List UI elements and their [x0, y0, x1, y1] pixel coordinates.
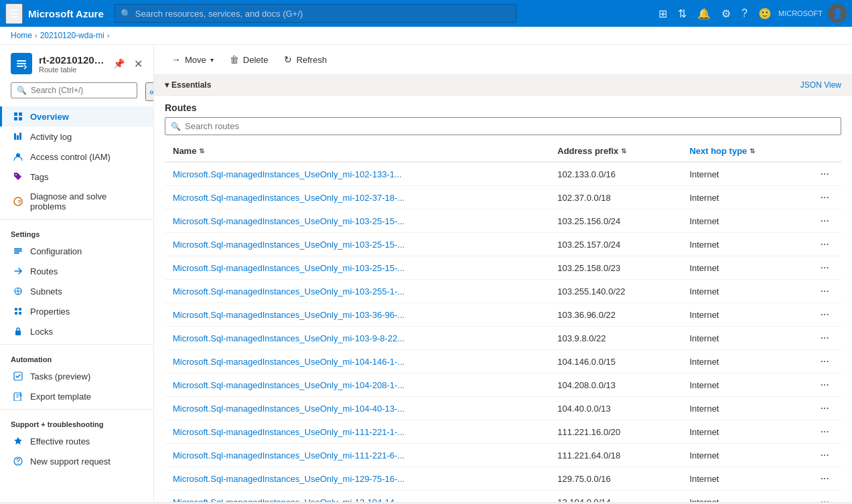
route-name-link[interactable]: Microsoft.Sql-managedInstances_UseOnly_m… — [173, 310, 405, 320]
move-button[interactable]: → Move ▾ — [165, 50, 220, 69]
route-name-cell: Microsoft.Sql-managedInstances_UseOnly_m… — [165, 233, 549, 256]
settings-icon[interactable]: ⚙ — [717, 3, 735, 24]
route-more-button[interactable]: ··· — [816, 448, 833, 463]
sidebar-item-new-support[interactable]: New support request — [0, 451, 153, 471]
route-name-cell: Microsoft.Sql-managedInstances_UseOnly_m… — [165, 280, 549, 303]
route-name-link[interactable]: Microsoft.Sql-managedInstances_UseOnly_m… — [173, 169, 402, 179]
cloud-shell-icon[interactable]: ⊞ — [654, 3, 671, 24]
route-name-link[interactable]: Microsoft.Sql-managedInstances_UseOnly_m… — [173, 240, 405, 250]
col-header-name[interactable]: Name ⇅ — [165, 141, 549, 162]
col-header-next-hop[interactable]: Next hop type ⇅ — [681, 141, 808, 162]
route-more-button[interactable]: ··· — [816, 424, 833, 439]
route-actions-cell: ··· — [808, 467, 841, 491]
route-name-link[interactable]: Microsoft.Sql-managedInstances_UseOnly_m… — [173, 357, 405, 367]
sidebar-navigation: Overview Activity log Access control (IA… — [0, 106, 153, 502]
route-more-button[interactable]: ··· — [816, 284, 833, 299]
table-row: Microsoft.Sql-managedInstances_UseOnly_m… — [165, 397, 841, 420]
tasks-icon — [13, 371, 23, 382]
feedback-icon[interactable]: 🙂 — [754, 3, 776, 24]
svg-rect-8 — [17, 135, 19, 140]
svg-rect-7 — [14, 133, 16, 140]
refresh-label: Refresh — [296, 55, 327, 65]
svg-rect-21 — [15, 331, 21, 335]
col-header-address[interactable]: Address prefix ⇅ — [549, 141, 681, 162]
user-avatar[interactable]: 👤 — [828, 4, 847, 23]
hamburger-menu-button[interactable]: ☰ — [5, 3, 23, 24]
sidebar-item-tags-label: Tags — [30, 172, 48, 182]
table-row: Microsoft.Sql-managedInstances_UseOnly_m… — [165, 444, 841, 467]
settings-section-header: Settings — [0, 222, 153, 241]
diagnose-icon: ? — [13, 196, 23, 207]
essentials-header: ▾ Essentials JSON View — [154, 75, 852, 96]
breadcrumb-separator-1: › — [35, 31, 38, 39]
sidebar-item-activity-log[interactable]: Activity log — [0, 127, 153, 147]
route-address-cell: 104.208.0.0/13 — [549, 373, 681, 397]
resource-info: rt-20210120-wda-mi Route table — [39, 54, 106, 74]
subnets-icon — [13, 286, 23, 297]
sidebar-item-routes[interactable]: Routes — [0, 261, 153, 281]
route-name-link[interactable]: Microsoft.Sql-managedInstances_UseOnly_m… — [173, 450, 405, 460]
sidebar-item-locks[interactable]: Locks — [0, 321, 153, 341]
app-logo: Microsoft Azure — [28, 8, 104, 19]
route-more-button[interactable]: ··· — [816, 331, 833, 345]
global-search-input[interactable] — [135, 9, 510, 19]
route-actions-cell: ··· — [808, 327, 841, 350]
sidebar-search-input[interactable] — [31, 86, 131, 95]
delete-button[interactable]: 🗑 Delete — [223, 50, 275, 69]
sidebar-item-configuration[interactable]: Configuration — [0, 241, 153, 261]
sidebar-item-iam[interactable]: Access control (IAM) — [0, 147, 153, 167]
route-name-link[interactable]: Microsoft.Sql-managedInstances_UseOnly_m… — [173, 216, 405, 226]
route-name-cell: Microsoft.Sql-managedInstances_UseOnly_m… — [165, 327, 549, 350]
close-icon[interactable]: ✕ — [134, 58, 143, 70]
route-more-button[interactable]: ··· — [816, 190, 833, 205]
routes-search-input[interactable] — [185, 121, 835, 131]
route-name-link[interactable]: Microsoft.Sql-managedInstances_UseOnly_m… — [173, 193, 405, 203]
route-name-cell: Microsoft.Sql-managedInstances_UseOnly_m… — [165, 467, 549, 491]
sidebar-item-export-template[interactable]: Export template — [0, 386, 153, 406]
json-view-link[interactable]: JSON View — [800, 80, 841, 90]
route-name-link[interactable]: Microsoft.Sql-managedInstances_UseOnly_m… — [173, 474, 405, 484]
route-more-button[interactable]: ··· — [816, 401, 833, 416]
route-address-cell: 103.255.140.0/22 — [549, 280, 681, 303]
sidebar-item-properties[interactable]: Properties — [0, 301, 153, 321]
help-icon[interactable]: ? — [737, 3, 752, 23]
route-name-link[interactable]: Microsoft.Sql-managedInstances_UseOnly_m… — [173, 333, 405, 343]
sidebar-item-effective-routes[interactable]: Effective routes — [0, 431, 153, 451]
route-more-button[interactable]: ··· — [816, 307, 833, 322]
move-chevron-icon: ▾ — [210, 56, 214, 64]
route-more-button[interactable]: ··· — [816, 214, 833, 228]
route-more-button[interactable]: ··· — [816, 377, 833, 392]
route-name-link[interactable]: Microsoft.Sql-managedInstances_UseOnly_m… — [173, 427, 405, 437]
routes-section-title: Routes — [165, 96, 841, 117]
breadcrumb-resource-group[interactable]: 20210120-wda-mi — [40, 31, 104, 40]
route-name-link[interactable]: Microsoft.Sql-managedInstances_UseOnly_m… — [173, 380, 405, 390]
route-more-button[interactable]: ··· — [816, 471, 833, 486]
directory-icon[interactable]: ⇅ — [674, 3, 691, 24]
route-name-link[interactable]: Microsoft.Sql-managedInstances_UseOnly_m… — [173, 404, 405, 414]
sidebar-item-effective-routes-label: Effective routes — [30, 436, 90, 446]
refresh-button[interactable]: ↻ Refresh — [277, 50, 334, 69]
sidebar-item-subnets[interactable]: Subnets — [0, 281, 153, 301]
sidebar-item-tags[interactable]: Tags — [0, 167, 153, 187]
sidebar-item-tasks[interactable]: Tasks (preview) — [0, 366, 153, 386]
route-more-button[interactable]: ··· — [816, 260, 833, 275]
breadcrumb-home[interactable]: Home — [11, 31, 32, 40]
essentials-toggle[interactable]: ▾ Essentials — [165, 80, 211, 90]
svg-rect-14 — [14, 248, 22, 250]
svg-rect-9 — [19, 133, 21, 140]
route-address-cell: 102.133.0.0/16 — [549, 162, 681, 186]
route-more-button[interactable]: ··· — [816, 167, 833, 181]
route-name-link[interactable]: Microsoft.Sql-managedInstances_UseOnly_m… — [173, 263, 405, 273]
pin-icon[interactable]: 📌 — [113, 58, 125, 69]
main-content: → Move ▾ 🗑 Delete ↻ Refresh ▾ Essentials… — [154, 45, 852, 502]
notifications-icon[interactable]: 🔔 — [693, 3, 715, 24]
route-name-link[interactable]: Microsoft.Sql-managedInstances_UseOnly_m… — [173, 286, 405, 297]
route-nexthop-cell: Internet — [681, 162, 808, 186]
collapse-sidebar-button[interactable]: « — [145, 82, 154, 101]
sidebar-item-overview[interactable]: Overview — [0, 106, 153, 127]
sidebar-item-diagnose[interactable]: ? Diagnose and solve problems — [0, 187, 153, 216]
route-more-button[interactable]: ··· — [816, 354, 833, 369]
route-name-link[interactable]: Microsoft.Sql-managedInstances_UseOnly_m… — [173, 497, 405, 503]
route-more-button[interactable]: ··· — [816, 495, 833, 502]
route-more-button[interactable]: ··· — [816, 237, 833, 252]
